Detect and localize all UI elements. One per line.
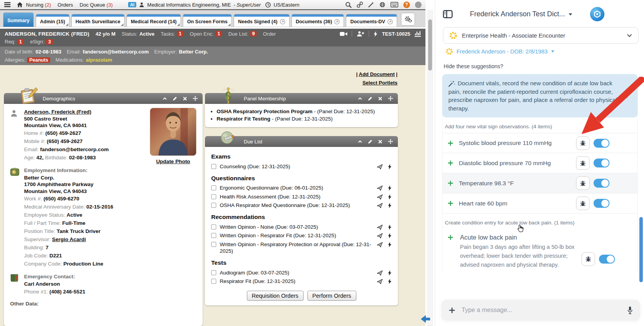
suggestion-summary-card[interactable]: Document vitals, record the new conditio… <box>442 74 638 117</box>
quick-order-icon[interactable] <box>388 270 392 276</box>
send-order-icon[interactable] <box>377 224 383 230</box>
due-item-checkbox[interactable] <box>211 279 216 284</box>
send-order-icon[interactable] <box>377 203 383 209</box>
quick-order-icon[interactable] <box>388 203 392 209</box>
tab-documents[interactable]: Documents (36) <box>292 14 344 27</box>
session-title-dropdown[interactable]: Frederick Anderson Test Dict... <box>453 10 590 18</box>
patient-context-dropdown[interactable]: Frederick Anderson - DOB: 2/8/1983 <box>445 47 639 55</box>
add-icon[interactable] <box>447 180 455 186</box>
clock-icon[interactable] <box>265 2 271 8</box>
due-item-checkbox[interactable] <box>211 185 216 190</box>
tasks-count-badge[interactable]: 1 <box>177 31 184 36</box>
tab-health-surveillance[interactable]: Health Surveillance <box>71 14 125 27</box>
quick-order-icon[interactable] <box>388 194 392 200</box>
include-toggle[interactable] <box>594 199 609 208</box>
send-order-icon[interactable] <box>377 279 383 285</box>
globe-icon[interactable] <box>379 2 385 8</box>
scrollbar-thumb[interactable] <box>428 19 432 71</box>
video-visit-icon[interactable] <box>340 31 347 36</box>
ai-panel-scrollbar-thumb[interactable] <box>639 217 643 282</box>
edit-icon[interactable] <box>368 139 373 144</box>
tab-medical-record[interactable]: Medical Record (14) <box>127 14 181 27</box>
debug-button[interactable] <box>576 176 590 190</box>
tab-needs-signed[interactable]: Needs Signed (4) <box>234 14 289 27</box>
req-count-badge[interactable]: 1 <box>17 39 24 45</box>
due-item-checkbox[interactable] <box>211 164 216 169</box>
include-toggle[interactable] <box>594 179 609 188</box>
move-icon[interactable] <box>193 96 198 101</box>
due-item-checkbox[interactable] <box>211 194 216 199</box>
tab-summary[interactable]: Summary <box>3 12 34 27</box>
menu-icon[interactable] <box>4 2 11 7</box>
order-link[interactable]: Order <box>263 31 276 37</box>
debug-button[interactable] <box>576 197 590 210</box>
send-order-icon[interactable] <box>377 185 383 191</box>
tab-admin[interactable]: Admin (15) <box>36 14 69 27</box>
esign-count-badge[interactable]: 3 <box>46 39 53 45</box>
add-person-icon[interactable] <box>356 31 365 37</box>
quick-order-icon[interactable] <box>388 224 392 230</box>
debug-button[interactable] <box>576 156 590 170</box>
collapse-suggestion-icon[interactable] <box>622 93 628 100</box>
panel-toggle-icon[interactable] <box>443 10 453 18</box>
panel-membership-header[interactable]: Panel Membership <box>205 93 398 104</box>
due-list-header[interactable]: Due List <box>205 136 398 147</box>
quick-order-icon[interactable] <box>388 279 392 285</box>
attach-plus-icon[interactable] <box>448 307 456 314</box>
search-icon[interactable] <box>345 2 352 8</box>
due-item-checkbox[interactable] <box>211 242 216 247</box>
patient-name[interactable]: ANDERSON, FREDERICK (FRED) <box>5 31 89 37</box>
home-icon[interactable] <box>17 2 23 8</box>
add-icon[interactable] <box>447 160 455 166</box>
allergy-badge[interactable]: Peanuts <box>27 57 50 63</box>
send-order-icon[interactable] <box>377 233 383 239</box>
close-icon[interactable] <box>182 96 187 101</box>
assistant-logo-icon[interactable] <box>590 7 604 21</box>
patient-name-link[interactable]: Anderson, Frederick (Fred) <box>24 109 91 115</box>
send-order-icon[interactable] <box>377 194 383 200</box>
keyboard-icon[interactable] <box>391 2 398 7</box>
add-icon[interactable] <box>447 140 455 147</box>
quick-order-icon[interactable] <box>388 185 392 191</box>
org-name[interactable]: Medical Informatics Engineering, MIE <box>147 2 231 8</box>
due-item-checkbox[interactable] <box>211 233 216 238</box>
wand-icon[interactable] <box>368 2 374 8</box>
context-selector[interactable]: Enterprise Health - Associate Encounter <box>443 27 639 44</box>
lightning-icon[interactable] <box>373 31 378 37</box>
collapse-panel-arrow-icon[interactable] <box>420 314 431 324</box>
quick-order-icon[interactable] <box>388 164 392 170</box>
chart-stats-icon[interactable] <box>415 31 421 37</box>
due-item-checkbox[interactable] <box>211 270 216 275</box>
include-toggle[interactable] <box>594 159 609 167</box>
ai-badge[interactable]: AI <box>128 2 136 7</box>
requisition-orders-button[interactable]: Requisition Orders <box>247 291 304 301</box>
perform-orders-button[interactable]: Perform Orders <box>307 291 356 301</box>
collapse-icon[interactable] <box>162 96 167 101</box>
move-icon[interactable] <box>388 139 393 144</box>
debug-button[interactable] <box>576 136 590 150</box>
message-input[interactable] <box>462 307 621 314</box>
update-photo-link[interactable]: Update Photo <box>156 159 190 164</box>
collapse-icon[interactable] <box>358 96 363 101</box>
due-item-checkbox[interactable] <box>211 203 216 208</box>
microphone-icon[interactable] <box>627 306 633 314</box>
send-order-icon[interactable] <box>377 242 383 248</box>
open-enc-count-badge[interactable]: 1 <box>215 31 222 36</box>
demographics-portlet-header[interactable]: Demographics <box>4 93 203 104</box>
link-icon[interactable] <box>357 2 363 8</box>
nav-orders[interactable]: Orders <box>57 2 73 8</box>
quick-order-icon[interactable] <box>388 233 392 239</box>
quick-order-icon[interactable] <box>388 242 392 248</box>
move-icon[interactable] <box>388 96 393 101</box>
timezone-label[interactable]: US/Eastern <box>274 2 299 8</box>
supervisor-link[interactable]: Sergio Acardi <box>52 236 86 242</box>
edit-icon[interactable] <box>368 96 373 101</box>
nav-doc-queue[interactable]: Doc Queue (3) <box>80 2 113 8</box>
edit-icon[interactable] <box>172 96 177 101</box>
add-icon[interactable] <box>447 234 455 241</box>
add-document-link[interactable]: Add Document <box>359 71 394 77</box>
record-id[interactable]: TEST-10025 <box>382 31 410 37</box>
close-icon[interactable] <box>378 139 383 144</box>
include-toggle[interactable] <box>594 139 609 148</box>
add-icon[interactable] <box>447 200 455 207</box>
